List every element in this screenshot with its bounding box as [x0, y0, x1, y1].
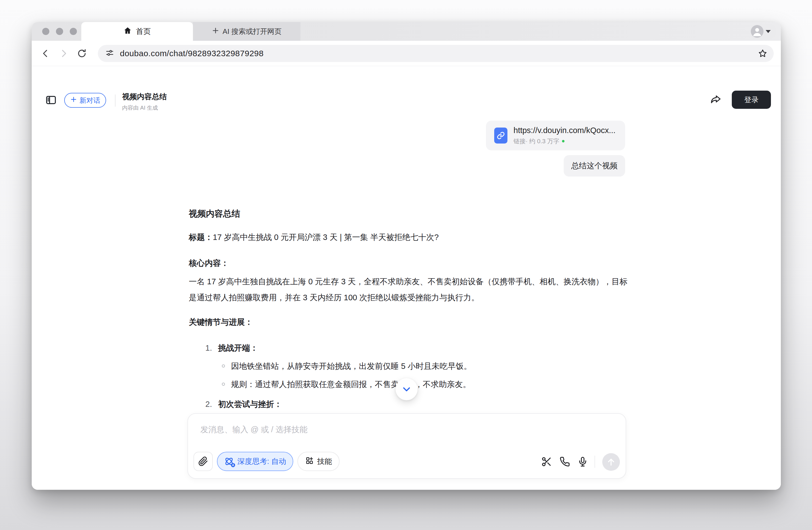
phone-icon	[560, 456, 570, 467]
chevron-down-icon	[766, 30, 771, 33]
deep-think-label: 深度思考: 自动	[237, 456, 286, 466]
navigation-toolbar: doubao.com/chat/9828932329879298	[32, 41, 781, 66]
status-dot	[562, 140, 565, 143]
tab-home[interactable]: 首页	[81, 22, 193, 41]
bullet-icon	[222, 383, 225, 386]
browser-window: 首页 AI 搜索或打开网页 doubao.	[32, 22, 781, 490]
plus-icon	[70, 96, 77, 104]
login-button[interactable]: 登录	[732, 91, 771, 109]
deep-think-toggle[interactable]: A 深度思考: 自动	[217, 452, 293, 471]
user-message-bubble: 总结这个视频	[564, 155, 625, 177]
list-item-2: 2. 初次尝试与挫折：	[205, 399, 282, 410]
link-card-title: https://v.douyin.com/kQocx...	[513, 126, 615, 135]
page-subtitle: 内容由 AI 生成	[122, 104, 167, 112]
skills-grid-icon	[305, 456, 314, 467]
skills-label: 技能	[317, 456, 332, 466]
address-bar[interactable]: doubao.com/chat/9828932329879298	[98, 45, 774, 62]
user-message-text: 总结这个视频	[571, 161, 618, 171]
skills-button[interactable]: 技能	[298, 452, 339, 471]
list-item-1: 1. 挑战开端：	[205, 342, 258, 353]
list-item-1-bullet-2: 规则：通过帮人拍照获取任意金额回报，不售卖服务，不求助亲友。	[222, 379, 471, 390]
deep-think-icon: A	[224, 456, 234, 466]
response-title-line: 标题：17 岁高中生挑战 0 元开局沪漂 3 天 | 第一集 半天被拒绝七十次?	[189, 232, 439, 243]
core-content-label: 核心内容：	[189, 257, 229, 269]
close-window-button[interactable]	[42, 28, 49, 35]
window-controls	[42, 28, 77, 35]
send-up-arrow-icon	[606, 457, 616, 467]
composer-divider	[595, 456, 595, 468]
core-content-paragraph: 一名 17 岁高中生独自挑战在上海 0 元生存 3 天，全程不求助亲友、不售卖初…	[189, 274, 630, 306]
list-item-1-bullet-1: 因地铁坐错站，从静安寺开始挑战，出发前仅睡 5 小时且未吃早饭。	[222, 360, 472, 372]
new-tab-button[interactable]: AI 搜索或打开网页	[193, 22, 301, 41]
tab-bar: 首页 AI 搜索或打开网页	[32, 22, 781, 41]
send-button[interactable]	[602, 453, 620, 471]
back-button[interactable]	[40, 48, 51, 59]
scissors-icon	[541, 456, 552, 467]
page-title: 视频内容总结	[122, 92, 167, 102]
message-input[interactable]: 发消息、输入 @ 或 / 选择技能	[200, 424, 308, 435]
login-label: 登录	[744, 95, 758, 105]
link-card-meta: 链接· 约 0.3 万字	[513, 137, 615, 145]
bullet-icon	[222, 365, 225, 367]
minimize-window-button[interactable]	[56, 28, 63, 35]
doubao-page: 新对话 视频内容总结 内容由 AI 生成 登录 https://v.douyin…	[32, 67, 781, 490]
message-composer[interactable]: 发消息、输入 @ 或 / 选择技能 A 深度思考: 自动 技能	[187, 413, 626, 479]
account-menu[interactable]	[750, 24, 777, 39]
url-text: doubao.com/chat/9828932329879298	[120, 49, 263, 58]
link-card-texts: https://v.douyin.com/kQocx... 链接· 约 0.3 …	[513, 126, 615, 145]
maximize-window-button[interactable]	[70, 28, 77, 35]
share-button[interactable]	[709, 93, 722, 106]
plus-icon	[212, 27, 219, 36]
new-chat-button[interactable]: 新对话	[64, 93, 106, 108]
bookmark-star-icon[interactable]	[758, 48, 768, 59]
scroll-to-bottom-button[interactable]	[395, 378, 418, 400]
paperclip-icon	[198, 456, 208, 466]
forward-button[interactable]	[58, 48, 69, 59]
new-chat-label: 新对话	[79, 96, 100, 105]
link-document-icon	[494, 128, 507, 144]
microphone-button[interactable]	[576, 456, 589, 468]
response-heading: 视频内容总结	[189, 208, 240, 220]
tab-home-label: 首页	[136, 27, 151, 36]
key-plot-label: 关键情节与进展：	[189, 316, 253, 327]
sidebar-toggle-button[interactable]	[45, 94, 57, 106]
conversation-header: 视频内容总结 内容由 AI 生成	[122, 92, 167, 112]
avatar	[751, 25, 764, 38]
home-icon	[124, 27, 132, 36]
new-tab-label: AI 搜索或打开网页	[223, 27, 282, 36]
clip-tool-button[interactable]	[540, 456, 553, 468]
site-settings-icon[interactable]	[105, 48, 114, 59]
reload-button[interactable]	[76, 48, 87, 59]
attach-file-button[interactable]	[193, 452, 213, 471]
voice-call-button[interactable]	[558, 456, 571, 468]
microphone-icon	[577, 456, 588, 467]
header-divider	[115, 94, 115, 107]
link-attachment-card[interactable]: https://v.douyin.com/kQocx... 链接· 约 0.3 …	[486, 121, 625, 150]
